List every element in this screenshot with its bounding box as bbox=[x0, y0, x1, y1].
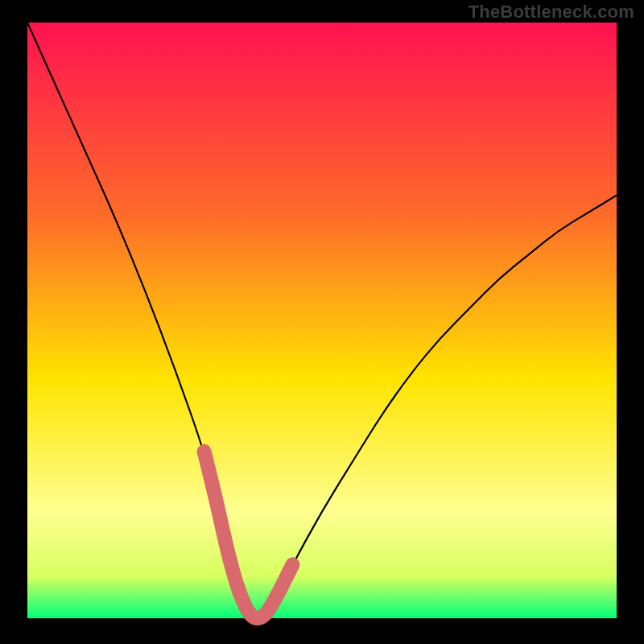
chart-stage: TheBottleneck.com bbox=[0, 0, 644, 644]
plot-area bbox=[27, 23, 617, 618]
bottleneck-chart bbox=[0, 0, 644, 644]
watermark-text: TheBottleneck.com bbox=[469, 2, 634, 23]
